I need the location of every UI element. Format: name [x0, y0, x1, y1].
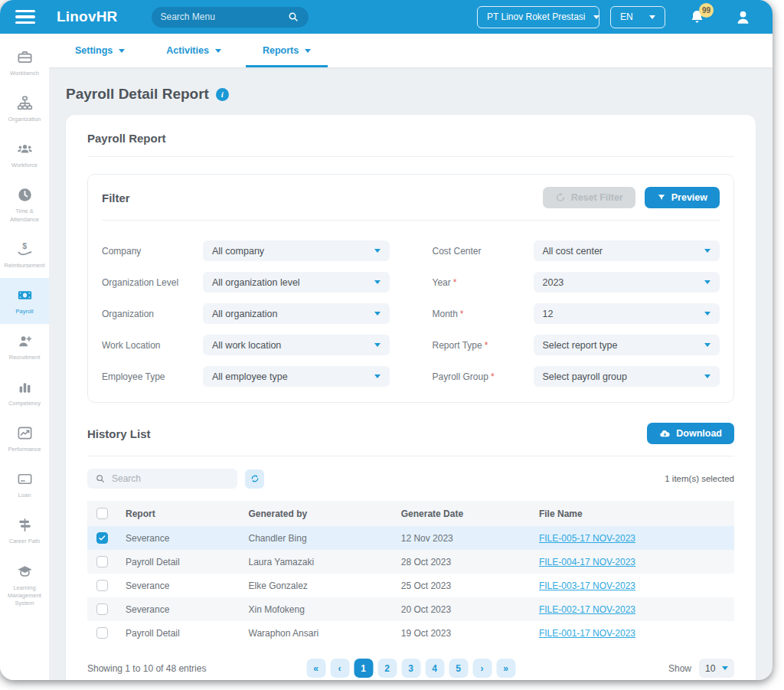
file-link[interactable]: FILE-001-17 NOV-2023: [539, 628, 635, 639]
row-checkbox[interactable]: [96, 627, 108, 639]
graduation-cap-icon: [16, 563, 34, 580]
file-link[interactable]: FILE-002-17 NOV-2023: [539, 604, 635, 615]
main-area: Settings Activities Reports Payroll Deta…: [49, 34, 773, 680]
funnel-icon: [657, 193, 666, 202]
sidebar-item-loan[interactable]: Loan: [0, 462, 49, 508]
file-link[interactable]: FILE-003-17 NOV-2023: [539, 580, 635, 591]
tab-activities[interactable]: Activities: [149, 34, 238, 67]
column-report: Report: [119, 501, 243, 526]
history-table: Report Generated by Generate Date File N…: [87, 501, 734, 645]
entries-summary: Showing 1 to 10 of 48 entries: [87, 663, 206, 674]
employee-type-dropdown[interactable]: All employee type: [203, 366, 390, 387]
chevron-down-icon: [215, 49, 221, 53]
field-label-month: Month*: [433, 309, 534, 319]
table-row[interactable]: Severance Chandler Bing 12 Nov 2023 FILE…: [87, 526, 734, 550]
toolbox-icon: [16, 48, 34, 66]
card-title: Payroll Report: [87, 132, 734, 145]
notifications-button[interactable]: 99: [688, 8, 706, 26]
first-page-button[interactable]: «: [306, 659, 325, 678]
work-location-dropdown[interactable]: All work location: [203, 335, 390, 355]
table-row[interactable]: Severance Elke Gonzalez 25 Oct 2023 FILE…: [87, 574, 734, 597]
report-type-dropdown[interactable]: Select report type: [534, 335, 720, 355]
row-checkbox[interactable]: [96, 532, 108, 544]
field-label-year: Year*: [433, 277, 534, 288]
banknote-icon: [16, 286, 34, 304]
row-checkbox[interactable]: [96, 556, 108, 567]
page-button-2[interactable]: 2: [377, 659, 397, 678]
table-header-row: Report Generated by Generate Date File N…: [87, 501, 734, 526]
organization-level-dropdown[interactable]: All organization level: [203, 272, 390, 293]
reset-filter-button[interactable]: Reset Filter: [543, 187, 635, 208]
app-window: LinovHR PT Linov Roket Prestasi EN 99: [0, 0, 773, 680]
line-chart-icon: [16, 424, 34, 442]
page-button-5[interactable]: 5: [449, 659, 468, 678]
sidebar-item-time-attendance[interactable]: Time & Attendance: [0, 178, 49, 231]
sidebar-item-recruitment[interactable]: Recruitment: [0, 324, 49, 370]
page-title: Payroll Detail Report: [66, 86, 209, 103]
sidebar-item-reimbursement[interactable]: $ Reimbursement: [0, 232, 49, 278]
sidebar-item-workbench[interactable]: Workbench: [0, 40, 49, 86]
file-link[interactable]: FILE-004-17 NOV-2023: [539, 557, 635, 567]
filter-section: Filter Reset Filter Preview: [87, 174, 734, 403]
user-avatar[interactable]: [733, 8, 753, 27]
hand-money-icon: $: [16, 240, 34, 258]
sidebar-item-lms[interactable]: Learning Management System: [0, 554, 49, 616]
payroll-group-dropdown[interactable]: Select payroll group: [534, 366, 720, 387]
person-plus-icon: [16, 332, 34, 350]
history-search-input[interactable]: [112, 473, 230, 484]
tab-settings[interactable]: Settings: [58, 34, 142, 67]
download-button[interactable]: Download: [647, 423, 734, 444]
page-button-1[interactable]: 1: [354, 659, 373, 678]
menu-search[interactable]: [152, 7, 309, 28]
filter-title: Filter: [102, 191, 543, 204]
chevron-down-icon: [649, 15, 655, 19]
preview-button[interactable]: Preview: [645, 187, 720, 208]
last-page-button[interactable]: »: [496, 659, 515, 678]
sidebar-item-career-path[interactable]: Career Path: [0, 508, 49, 554]
clock-icon: [16, 186, 34, 204]
year-dropdown[interactable]: 2023: [534, 272, 720, 293]
table-row[interactable]: Payroll Detail Waraphon Ansari 19 Oct 20…: [87, 621, 734, 645]
refresh-button[interactable]: [245, 469, 264, 489]
tab-reports[interactable]: Reports: [246, 34, 328, 67]
bar-chart-icon: [16, 378, 34, 396]
table-row[interactable]: Payroll Detail Laura Yamazaki 28 Oct 202…: [87, 550, 734, 574]
reset-icon: [555, 192, 566, 203]
page-button-3[interactable]: 3: [401, 659, 420, 678]
page-button-4[interactable]: 4: [425, 659, 444, 678]
file-link[interactable]: FILE-005-17 NOV-2023: [539, 533, 635, 544]
sidebar-item-competency[interactable]: Competency: [0, 370, 49, 416]
sidebar-item-payroll[interactable]: Payroll: [0, 278, 49, 324]
prev-page-button[interactable]: ‹: [330, 659, 349, 678]
select-all-checkbox[interactable]: [96, 508, 108, 519]
sidebar-item-organization[interactable]: Organization: [0, 86, 49, 132]
show-label: Show: [668, 663, 691, 674]
chevron-down-icon: [722, 666, 728, 670]
field-label-company: Company: [102, 246, 203, 257]
signpost-icon: [16, 516, 34, 534]
hamburger-menu-icon[interactable]: [15, 10, 35, 24]
organization-dropdown[interactable]: All organization: [203, 303, 390, 324]
menu-search-input[interactable]: [161, 11, 287, 22]
pagination: Showing 1 to 10 of 48 entries « ‹ 1 2 3 …: [87, 659, 734, 678]
chevron-down-icon: [374, 374, 381, 378]
sidebar-item-workforce[interactable]: Workforce: [0, 132, 49, 178]
row-checkbox[interactable]: [96, 580, 108, 591]
month-dropdown[interactable]: 12: [534, 303, 720, 324]
cost-center-dropdown[interactable]: All cost center: [534, 240, 720, 261]
sidebar-item-performance[interactable]: Performance: [0, 416, 49, 462]
row-checkbox[interactable]: [96, 603, 108, 615]
cloud-download-icon: [659, 428, 671, 440]
company-selector[interactable]: PT Linov Roket Prestasi: [477, 6, 599, 28]
history-search[interactable]: [87, 469, 237, 489]
table-row[interactable]: Severance Xin Mofokeng 20 Oct 2023 FILE-…: [87, 597, 734, 621]
company-dropdown[interactable]: All company: [203, 240, 390, 261]
info-icon[interactable]: i: [216, 88, 229, 101]
field-label-employee-type: Employee Type: [102, 371, 203, 382]
language-selector[interactable]: EN: [610, 6, 665, 28]
page-size-dropdown[interactable]: 10: [699, 659, 734, 678]
next-page-button[interactable]: ›: [472, 659, 492, 678]
chevron-down-icon: [374, 343, 381, 347]
column-generate-date: Generate Date: [395, 501, 533, 526]
selected-count: 1 item(s) selected: [264, 474, 734, 483]
